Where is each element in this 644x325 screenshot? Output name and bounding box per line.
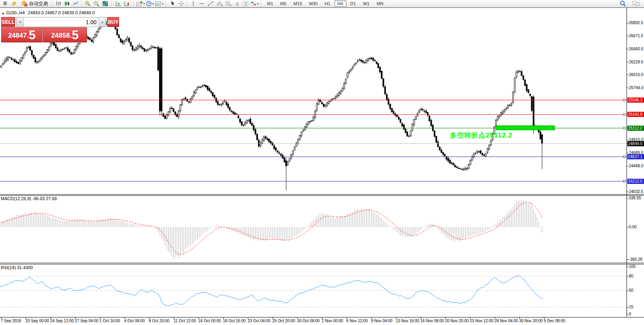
volume-decrease-button[interactable]: ▼ xyxy=(17,17,24,27)
axis-tick-label: 0 xyxy=(629,312,631,317)
chart-canvas[interactable] xyxy=(0,0,644,325)
axis-tick-label: 24032.5 xyxy=(629,189,643,194)
level-line-handle[interactable] xyxy=(623,127,625,129)
time-axis-label: 4 Oct 08:00 xyxy=(124,319,145,323)
pivot-annotation-text: 多空转折点25112.2 xyxy=(450,131,513,140)
time-axis-label: 13 Nov 16:00 xyxy=(396,319,419,323)
chart-window-icon: ▲ xyxy=(2,11,5,15)
buy-price[interactable]: 24858.5 xyxy=(43,27,87,42)
buy-price-small: 24858. xyxy=(51,31,72,40)
rsi-line xyxy=(0,275,542,306)
time-axis-label: 30 Oct 08:00 xyxy=(297,319,319,323)
chart-title: ▲DJ30-,H424843.0 24857.0 24839.0 24849.0 xyxy=(2,10,95,15)
time-axis-label: 1 Oct 16:00 xyxy=(100,319,120,323)
axis-tick-label: 50 xyxy=(629,288,633,293)
level-line-handle[interactable] xyxy=(623,113,625,115)
macd-signal-line xyxy=(1,203,542,254)
macd-indicator-label: MACD(12,26,9) -96.03 27.68 xyxy=(1,196,57,201)
level-line-handle[interactable] xyxy=(623,156,625,158)
time-axis-label: 23 Oct 04:00 xyxy=(248,319,270,323)
time-axis-label: 11 Oct 12:00 xyxy=(173,319,196,323)
axis-tick-label: 100 xyxy=(629,264,636,269)
axis-tick-label: 26450.5 xyxy=(629,47,643,52)
axis-tick-label: 24689.0 xyxy=(629,151,643,155)
axis-tick-label: 0.00 xyxy=(629,225,636,229)
level-line-handle[interactable] xyxy=(623,180,625,182)
axis-tick-label: 24468.0 xyxy=(629,164,643,168)
pivot-zone-bar[interactable] xyxy=(496,126,555,130)
rsi-indicator-label: RSI(14) 31.4300 xyxy=(1,265,33,270)
time-axis-label: 7 Sep 2018 xyxy=(1,319,21,323)
one-click-trading-panel: SELL ▼ ▲ BUY 24847.5 24858.5 xyxy=(1,17,87,42)
axis-tick-label: 80 xyxy=(629,274,633,279)
price-line-badge[interactable]: 25342.8 xyxy=(627,112,644,117)
time-axis-label: 18 Oct 16:00 xyxy=(223,319,246,323)
axis-tick-label: 26015.0 xyxy=(629,73,643,77)
axis-tick-label: 24910.0 xyxy=(629,138,643,142)
time-axis-label: 6 Nov 12:00 xyxy=(346,319,368,323)
macd-histogram xyxy=(1,200,542,260)
axis-tick-label: 25794.0 xyxy=(629,86,643,90)
sell-button[interactable]: SELL xyxy=(1,17,15,27)
ohlc-values: 24843.0 24857.0 24839.0 24849.0 xyxy=(28,10,94,15)
time-axis-label: 8 Oct 20:00 xyxy=(149,319,169,323)
time-axis-label: 25 Oct 20:00 xyxy=(272,319,295,323)
time-axis-label: 5 Dec 08:00 xyxy=(544,319,565,323)
time-axis-label: 28 Nov 04:00 xyxy=(494,319,518,323)
price-line-badge[interactable]: 24212.0 xyxy=(627,179,644,184)
axis-tick-label: 15 xyxy=(629,305,633,310)
sell-price-big: 5 xyxy=(29,29,35,41)
buy-button[interactable]: BUY xyxy=(107,17,119,27)
time-axis-label: 23 Nov 12:00 xyxy=(470,319,494,323)
buy-price-big: 5 xyxy=(72,29,79,41)
volume-input[interactable] xyxy=(24,17,98,27)
time-axis-label: 27 Sep 04:00 xyxy=(75,319,99,323)
volume-increase-button[interactable]: ▲ xyxy=(98,17,106,27)
symbol-timeframe: DJ30-,H4 xyxy=(6,10,25,15)
volume-spinner: ▼ ▲ xyxy=(16,17,106,27)
time-axis-label: 30 Nov 20:00 xyxy=(519,319,543,323)
time-axis-label: 2 Nov 00:00 xyxy=(322,319,343,323)
level-line-handle[interactable] xyxy=(623,99,625,101)
time-axis-label: 20 Nov 20:00 xyxy=(445,319,469,323)
sell-price[interactable]: 24847.5 xyxy=(1,27,42,42)
sell-price-small: 24847. xyxy=(8,31,29,40)
axis-tick-label: -383.28 xyxy=(629,257,642,262)
time-axis-label: 16 Nov 08:00 xyxy=(420,319,444,323)
candles-layer xyxy=(1,18,543,190)
price-line-badge[interactable]: 25112.2 xyxy=(627,126,644,131)
time-axis-label: 9 Nov 04:00 xyxy=(371,319,392,323)
mt4-window: 单 自动交易 xyxy=(0,0,644,325)
time-axis-label: 20 Sep 00:00 xyxy=(25,319,49,323)
axis-tick-label: 26671.5 xyxy=(629,34,643,38)
axis-tick-label: 26229.5 xyxy=(629,60,643,65)
time-axis-label: 16 Oct 00:00 xyxy=(198,319,221,323)
axis-tick-label: 26892.5 xyxy=(629,21,643,25)
axis-tick-label: 336.55 xyxy=(629,196,641,201)
time-axis-label: 24 Sep 12:00 xyxy=(50,319,74,323)
price-line-badge[interactable]: 25586.2 xyxy=(627,98,644,103)
